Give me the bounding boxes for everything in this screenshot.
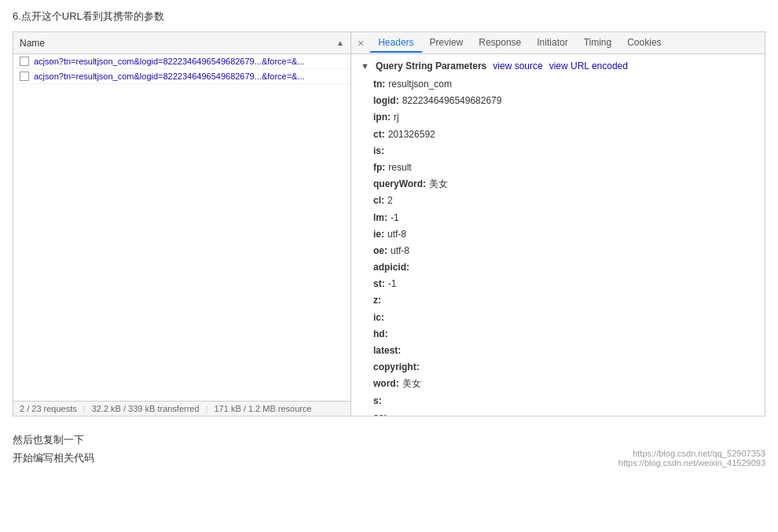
- param-key: ipn:: [373, 110, 391, 125]
- tab-headers[interactable]: Headers: [370, 34, 421, 53]
- param-value: -1: [388, 277, 397, 292]
- tab-timing[interactable]: Timing: [576, 34, 620, 53]
- param-key: word:: [373, 376, 399, 391]
- param-key: copyright:: [373, 360, 420, 375]
- param-row: word: 美女: [373, 376, 755, 392]
- bottom-texts: 然后也复制一下 开始编写相关代码: [13, 431, 94, 468]
- bottom-area: 然后也复制一下 开始编写相关代码 https://blog.csdn.net/q…: [0, 416, 778, 474]
- param-key: logid:: [373, 94, 399, 108]
- param-value: 8222346496549682679: [402, 94, 502, 108]
- param-value: rj: [394, 110, 399, 125]
- param-key: adpicid:: [373, 260, 409, 275]
- param-value: -1: [391, 211, 399, 226]
- separator: |: [83, 404, 86, 413]
- headers-panel: × Headers Preview Response Initiator Tim…: [351, 32, 765, 416]
- param-row: se:: [373, 409, 755, 416]
- status-bar: 2 / 23 requests | 32.2 kB / 339 kB trans…: [13, 401, 350, 416]
- param-value: 美女: [429, 177, 448, 192]
- tabs-bar: × Headers Preview Response Initiator Tim…: [351, 32, 765, 54]
- param-key: ic:: [373, 310, 384, 325]
- param-row: ct: 201326592: [373, 127, 755, 143]
- sort-icon: ▲: [336, 39, 344, 47]
- param-row: adpicid:: [373, 259, 755, 276]
- tab-cookies[interactable]: Cookies: [619, 34, 669, 53]
- param-key: se:: [373, 410, 387, 416]
- row-url: acjson?tn=resultjson_com&logid=822234649…: [34, 57, 305, 66]
- param-key: ct:: [373, 127, 385, 142]
- param-row: ic:: [373, 310, 755, 326]
- param-key: oe:: [373, 244, 387, 259]
- param-row: st: -1: [373, 276, 755, 292]
- bottom-footer: 然后也复制一下 开始编写相关代码 https://blog.csdn.net/q…: [13, 431, 765, 468]
- param-value: utf-8: [387, 227, 406, 242]
- tab-initiator[interactable]: Initiator: [529, 34, 575, 53]
- param-key: fp:: [373, 160, 385, 175]
- section-toggle-icon[interactable]: ▼: [361, 61, 369, 71]
- param-key: is:: [373, 144, 384, 159]
- network-row[interactable]: acjson?tn=resultjson_com&logid=822234649…: [13, 54, 350, 69]
- query-params-section-header: ▼ Query String Parameters view source vi…: [361, 61, 755, 72]
- view-source-link[interactable]: view source: [493, 61, 542, 72]
- param-row: ipn: rj: [373, 109, 755, 126]
- param-row: copyright:: [373, 359, 755, 376]
- resources-size: 171 kB / 1.2 MB resource: [214, 404, 311, 413]
- row-checkbox[interactable]: [20, 72, 29, 81]
- param-value: result: [388, 160, 411, 175]
- param-value: 2: [387, 193, 393, 208]
- param-key: st:: [373, 277, 385, 292]
- watermark-1: https://blog.csdn.net/qq_52907353: [618, 449, 765, 458]
- param-row: latest:: [373, 343, 755, 359]
- network-list: acjson?tn=resultjson_com&logid=822234649…: [13, 54, 350, 401]
- param-row: is:: [373, 143, 755, 160]
- params-list: tn: resultjson_comlogid: 822234649654968…: [373, 76, 755, 416]
- param-row: ie: utf-8: [373, 226, 755, 243]
- tab-response[interactable]: Response: [471, 34, 529, 53]
- network-header: Name ▲: [13, 32, 350, 54]
- param-row: z:: [373, 292, 755, 309]
- param-row: cl: 2: [373, 193, 755, 209]
- network-column-name: Name: [20, 38, 336, 49]
- row-url: acjson?tn=resultjson_com&logid=822234649…: [34, 72, 305, 81]
- view-url-encoded-link[interactable]: view URL encoded: [549, 61, 628, 72]
- query-params-title: Query String Parameters: [376, 61, 486, 72]
- param-value: utf-8: [391, 244, 409, 259]
- param-key: cl:: [373, 193, 384, 208]
- network-panel: Name ▲ acjson?tn=resultjson_com&logid=82…: [13, 32, 351, 416]
- close-icon[interactable]: ×: [358, 37, 364, 50]
- tab-preview[interactable]: Preview: [422, 34, 472, 53]
- headers-content: ▼ Query String Parameters view source vi…: [351, 54, 765, 416]
- param-row: lm: -1: [373, 210, 755, 226]
- row-checkbox[interactable]: [20, 57, 29, 66]
- param-key: tn:: [373, 77, 385, 92]
- bottom-watermarks: https://blog.csdn.net/qq_52907353 https:…: [618, 449, 765, 468]
- separator: |: [206, 404, 208, 413]
- param-key: lm:: [373, 211, 387, 226]
- devtools-container: Name ▲ acjson?tn=resultjson_com&logid=82…: [13, 31, 765, 416]
- param-key: ie:: [373, 227, 384, 242]
- size-transferred: 32.2 kB / 339 kB transferred: [92, 404, 200, 413]
- param-value: resultjson_com: [388, 77, 452, 92]
- requests-count: 2 / 23 requests: [20, 404, 77, 413]
- param-row: fp: result: [373, 160, 755, 176]
- param-key: hd:: [373, 327, 388, 342]
- param-key: s:: [373, 394, 382, 409]
- param-row: logid: 8222346496549682679: [373, 93, 755, 109]
- bottom-text-1: 然后也复制一下: [13, 434, 84, 446]
- param-key: queryWord:: [373, 177, 426, 192]
- param-row: tn: resultjson_com: [373, 76, 755, 93]
- param-value: 201326592: [388, 127, 435, 142]
- watermark-2: https://blog.csdn.net/weixin_41529093: [618, 458, 765, 468]
- page-title: 6.点开这个URL看到其携带的参数: [0, 0, 778, 31]
- param-key: z:: [373, 293, 381, 308]
- param-row: queryWord: 美女: [373, 176, 755, 193]
- param-row: s:: [373, 393, 755, 409]
- param-key: latest:: [373, 343, 401, 358]
- network-row[interactable]: acjson?tn=resultjson_com&logid=822234649…: [13, 69, 350, 84]
- bottom-text-2: 开始编写相关代码: [13, 452, 94, 464]
- param-row: hd:: [373, 326, 755, 343]
- param-row: oe: utf-8: [373, 243, 755, 259]
- param-value: 美女: [402, 376, 421, 391]
